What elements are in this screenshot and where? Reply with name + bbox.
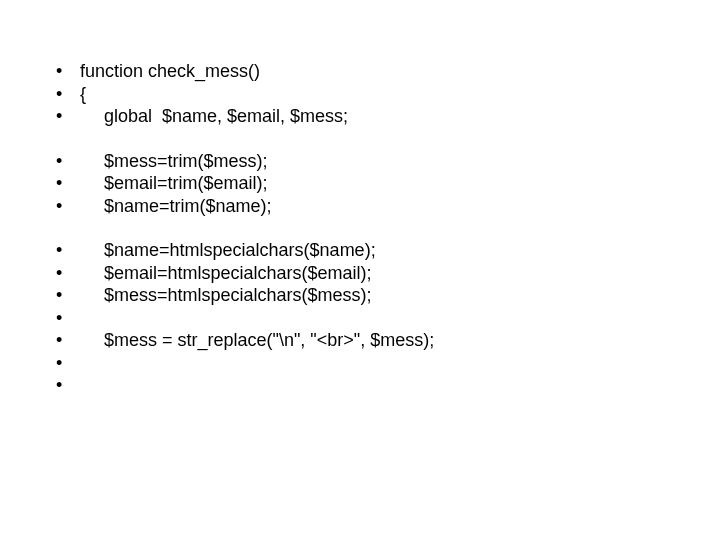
code-line: •{ [56, 83, 680, 106]
bullet-icon: • [56, 307, 80, 330]
code-line: •$mess=htmlspecialchars($mess); [56, 284, 680, 307]
code-line: •$mess = str_replace("\n", "<br>", $mess… [56, 329, 680, 352]
group-2: •$name=htmlspecialchars($name);•$email=h… [56, 239, 680, 397]
bullet-icon: • [56, 105, 80, 128]
slide: •function check_mess()•{•global $name, $… [0, 0, 720, 540]
code-text: $email=htmlspecialchars($email); [80, 262, 372, 285]
bullet-icon: • [56, 239, 80, 262]
code-line: • [56, 352, 680, 375]
code-text: global $name, $email, $mess; [80, 105, 348, 128]
bullet-icon: • [56, 150, 80, 173]
bullet-icon: • [56, 60, 80, 83]
bullet-icon: • [56, 329, 80, 352]
code-text: $name=htmlspecialchars($name); [80, 239, 376, 262]
code-line: •global $name, $email, $mess; [56, 105, 680, 128]
code-text: $mess=htmlspecialchars($mess); [80, 284, 372, 307]
code-text: { [80, 83, 86, 106]
bullet-icon: • [56, 352, 80, 375]
code-line: •$name=trim($name); [56, 195, 680, 218]
code-line: • [56, 374, 680, 397]
bullet-icon: • [56, 195, 80, 218]
code-line: •$mess=trim($mess); [56, 150, 680, 173]
bullet-icon: • [56, 172, 80, 195]
bullet-icon: • [56, 83, 80, 106]
group-0: •function check_mess()•{•global $name, $… [56, 60, 680, 128]
group-1: •$mess=trim($mess);•$email=trim($email);… [56, 150, 680, 218]
code-text: function check_mess() [80, 60, 260, 83]
code-line: •$email=trim($email); [56, 172, 680, 195]
code-line: • [56, 307, 680, 330]
code-line: •$name=htmlspecialchars($name); [56, 239, 680, 262]
code-text: $name=trim($name); [80, 195, 272, 218]
code-line: •$email=htmlspecialchars($email); [56, 262, 680, 285]
bullet-icon: • [56, 262, 80, 285]
code-text: $mess=trim($mess); [80, 150, 268, 173]
bullet-icon: • [56, 374, 80, 397]
code-line: •function check_mess() [56, 60, 680, 83]
bullet-icon: • [56, 284, 80, 307]
code-text: $email=trim($email); [80, 172, 268, 195]
code-text: $mess = str_replace("\n", "<br>", $mess)… [80, 329, 434, 352]
